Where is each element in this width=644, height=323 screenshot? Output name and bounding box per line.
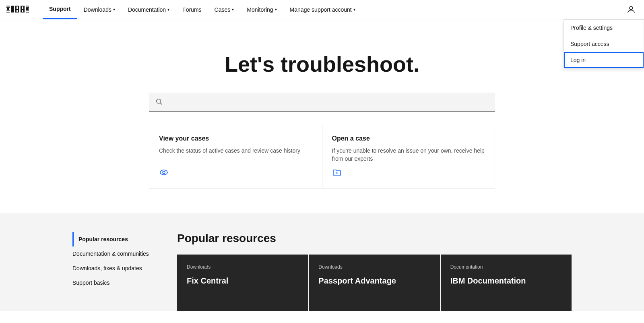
svg-rect-9 <box>11 12 14 12</box>
svg-rect-16 <box>21 6 22 12</box>
svg-rect-22 <box>26 6 29 6</box>
open-case-desc: If you're unable to resolve an issue on … <box>332 147 485 163</box>
svg-rect-15 <box>15 12 19 12</box>
nav-item-manage-support[interactable]: Manage support account ▾ <box>283 0 362 19</box>
svg-line-30 <box>160 103 162 104</box>
eye-icon <box>159 168 312 178</box>
resource-card-title-2: IBM Documentation <box>450 276 562 286</box>
resource-card-category-1: Downloads <box>318 264 430 270</box>
svg-rect-10 <box>15 6 17 12</box>
svg-point-31 <box>160 170 167 175</box>
svg-rect-1 <box>6 7 10 8</box>
chevron-down-icon: ▾ <box>113 7 115 12</box>
nav-item-cases[interactable]: Cases ▾ <box>208 0 241 19</box>
svg-rect-12 <box>18 6 19 10</box>
svg-rect-18 <box>23 6 25 10</box>
svg-rect-26 <box>26 10 29 11</box>
open-case-card[interactable]: Open a case If you're unable to resolve … <box>322 125 495 188</box>
svg-rect-0 <box>6 6 10 6</box>
svg-rect-24 <box>26 8 29 9</box>
nav-right: Profile & settings Support access Log in <box>625 3 638 16</box>
svg-point-32 <box>163 171 165 174</box>
dropdown-item-login[interactable]: Log in <box>564 52 644 68</box>
resource-card-ibm-documentation[interactable]: Documentation IBM Documentation <box>441 255 572 311</box>
svg-rect-5 <box>6 12 10 12</box>
nav-item-forums[interactable]: Forums <box>176 0 208 19</box>
svg-rect-2 <box>7 8 9 9</box>
folder-add-icon <box>332 168 485 178</box>
view-cases-card[interactable]: View your cases Check the status of acti… <box>149 125 322 188</box>
popular-resources-heading: Popular resources <box>177 232 572 245</box>
svg-rect-21 <box>21 12 25 12</box>
resource-card-category-0: Downloads <box>187 264 298 270</box>
open-case-title: Open a case <box>332 135 485 142</box>
sidebar-item-popular-resources[interactable]: Popular resources <box>72 232 161 246</box>
resource-card-category-2: Documentation <box>450 264 562 270</box>
hero-title: Let's troubleshoot. <box>225 52 419 77</box>
sidebar-item-support-basics[interactable]: Support basics <box>72 275 161 290</box>
resource-cards: Downloads Fix Central Downloads Passport… <box>177 255 572 311</box>
chevron-down-icon: ▾ <box>275 7 277 12</box>
user-icon[interactable] <box>625 3 638 16</box>
svg-rect-4 <box>6 10 10 11</box>
nav-item-documentation[interactable]: Documentation ▾ <box>122 0 176 19</box>
resource-card-passport[interactable]: Downloads Passport Advantage <box>309 255 440 311</box>
action-cards: View your cases Check the status of acti… <box>149 125 495 188</box>
svg-rect-8 <box>11 8 14 9</box>
svg-point-28 <box>630 6 633 10</box>
resource-card-title-0: Fix Central <box>187 276 298 286</box>
nav-item-monitoring[interactable]: Monitoring ▾ <box>240 0 283 19</box>
resource-card-title-1: Passport Advantage <box>318 276 430 286</box>
svg-rect-3 <box>7 9 9 10</box>
ibm-logo[interactable] <box>6 5 30 14</box>
dropdown-item-profile[interactable]: Profile & settings <box>564 20 644 36</box>
sidebar-item-documentation[interactable]: Documentation & communities <box>72 246 161 261</box>
search-input[interactable] <box>167 98 489 106</box>
search-bar[interactable] <box>149 93 495 112</box>
chevron-down-icon: ▾ <box>232 7 234 12</box>
view-cases-desc: Check the status of active cases and rev… <box>159 147 312 155</box>
view-cases-title: View your cases <box>159 135 312 142</box>
chevron-down-icon: ▾ <box>353 7 355 12</box>
sidebar-item-downloads[interactable]: Downloads, fixes & updates <box>72 261 161 275</box>
svg-rect-23 <box>26 7 29 8</box>
popular-resources-section: Popular resources Documentation & commun… <box>0 213 644 311</box>
user-dropdown-menu: Profile & settings Support access Log in <box>564 19 644 68</box>
popular-inner: Popular resources Documentation & commun… <box>40 232 604 311</box>
svg-rect-7 <box>11 6 14 6</box>
svg-rect-27 <box>26 12 29 12</box>
svg-rect-25 <box>26 9 29 10</box>
popular-content: Popular resources Downloads Fix Central … <box>177 232 572 311</box>
search-icon <box>155 98 163 106</box>
resource-card-fix-central[interactable]: Downloads Fix Central <box>177 255 308 311</box>
nav-links: Support Downloads ▾ Documentation ▾ Foru… <box>43 0 625 19</box>
navbar: Support Downloads ▾ Documentation ▾ Foru… <box>0 0 644 19</box>
chevron-down-icon: ▾ <box>167 7 169 12</box>
nav-item-downloads[interactable]: Downloads ▾ <box>77 0 122 19</box>
hero-section: Let's troubleshoot. View your cases Chec… <box>0 19 644 213</box>
popular-sidebar: Popular resources Documentation & commun… <box>72 232 161 311</box>
dropdown-item-support-access[interactable]: Support access <box>564 36 644 52</box>
nav-item-support[interactable]: Support <box>43 0 77 19</box>
